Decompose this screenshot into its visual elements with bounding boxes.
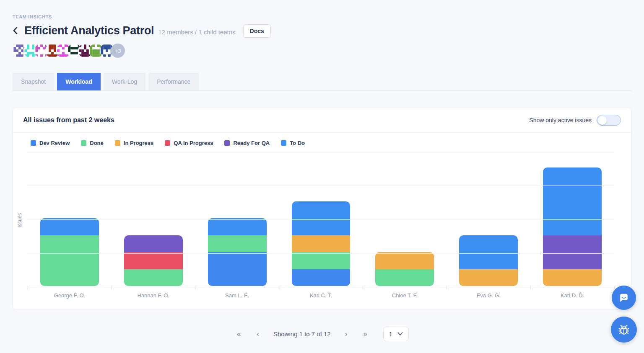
axis-tick bbox=[363, 286, 363, 289]
bar-segment[interactable] bbox=[292, 201, 351, 235]
docs-button[interactable]: Docs bbox=[243, 24, 271, 38]
toggle-label: Show only active issues bbox=[529, 117, 592, 124]
legend-swatch bbox=[31, 140, 36, 146]
y-axis-label: Issues bbox=[17, 213, 23, 228]
stacked-bar[interactable] bbox=[208, 218, 267, 286]
gridline bbox=[28, 253, 614, 254]
bar-segment[interactable] bbox=[292, 252, 351, 269]
category-label: Chloe T. F. bbox=[363, 292, 447, 299]
stacked-bar[interactable] bbox=[459, 235, 518, 286]
bar-segment[interactable] bbox=[40, 235, 99, 286]
axis-tick bbox=[195, 286, 195, 289]
tab-snapshot[interactable]: Snapshot bbox=[13, 73, 54, 90]
back-button[interactable] bbox=[13, 25, 22, 36]
page-select-value: 1 bbox=[389, 330, 392, 338]
first-page-button[interactable]: « bbox=[235, 328, 242, 340]
chart-legend: Dev ReviewDoneIn ProgressQA In ProgressR… bbox=[13, 133, 631, 151]
bar-segment[interactable] bbox=[375, 252, 434, 269]
tab-bar: Snapshot Workload Work-Log Performance bbox=[13, 73, 631, 91]
legend-item[interactable]: In Progress bbox=[115, 140, 154, 146]
bar-column bbox=[195, 153, 279, 288]
bar-segment[interactable] bbox=[208, 252, 267, 286]
active-issues-toggle[interactable] bbox=[597, 115, 621, 126]
bar-segment[interactable] bbox=[124, 269, 183, 286]
category-label: Hannah F. O. bbox=[112, 292, 195, 299]
legend-item[interactable]: Done bbox=[81, 140, 104, 146]
member-avatars: +3 bbox=[13, 44, 631, 58]
bar-segment[interactable] bbox=[543, 269, 602, 286]
bar-segment[interactable] bbox=[124, 252, 183, 269]
bar-segment[interactable] bbox=[40, 218, 99, 235]
category-label: Karl D. D. bbox=[530, 292, 614, 299]
axis-tick bbox=[279, 286, 279, 289]
card-title: All issues from past 2 weeks bbox=[23, 116, 114, 124]
axis-tick bbox=[111, 286, 112, 289]
bar-column bbox=[363, 153, 447, 288]
legend-label: Ready For QA bbox=[233, 140, 270, 146]
stacked-bar[interactable] bbox=[375, 252, 434, 286]
legend-label: In Progress bbox=[124, 140, 154, 146]
chevron-left-icon bbox=[13, 26, 18, 35]
page-title: Efficient Analytics Patrol bbox=[24, 24, 154, 37]
legend-swatch bbox=[81, 140, 86, 146]
avatar-overflow-badge[interactable]: +3 bbox=[111, 44, 125, 58]
last-page-button[interactable]: » bbox=[361, 328, 369, 340]
category-label: Sam L. E. bbox=[195, 292, 279, 299]
tab-workload[interactable]: Workload bbox=[57, 73, 101, 90]
legend-swatch bbox=[115, 140, 120, 146]
team-meta-text: 12 members / 1 child teams bbox=[158, 28, 235, 36]
legend-label: QA In Progress bbox=[174, 140, 213, 146]
stacked-bar[interactable] bbox=[292, 201, 351, 286]
gridline bbox=[28, 219, 614, 220]
axis-tick bbox=[447, 286, 447, 289]
legend-swatch bbox=[165, 140, 170, 146]
chat-widget-button[interactable] bbox=[612, 286, 636, 310]
stacked-bar[interactable] bbox=[124, 235, 183, 286]
stacked-bar[interactable] bbox=[40, 218, 99, 286]
tab-performance[interactable]: Performance bbox=[148, 73, 199, 90]
axis-tick bbox=[28, 286, 28, 289]
chevron-down-icon bbox=[397, 332, 403, 336]
title-row: Efficient Analytics Patrol 12 members / … bbox=[13, 23, 631, 38]
bar-segment[interactable] bbox=[292, 269, 351, 286]
bar-column bbox=[112, 153, 195, 288]
bug-report-button[interactable] bbox=[611, 317, 637, 343]
pagination-status: Showing 1 to 7 of 12 bbox=[273, 330, 331, 338]
gridline bbox=[28, 186, 614, 186]
bar-segment[interactable] bbox=[543, 167, 602, 235]
next-page-button[interactable]: › bbox=[343, 328, 349, 340]
bug-icon bbox=[617, 322, 631, 337]
tab-work-log[interactable]: Work-Log bbox=[104, 73, 145, 90]
category-label: Karl C. T. bbox=[279, 292, 363, 299]
category-label: George F. O. bbox=[28, 292, 112, 299]
legend-item[interactable]: To Do bbox=[281, 140, 305, 146]
category-label: Eva G. G. bbox=[447, 292, 530, 299]
bar-segment[interactable] bbox=[292, 235, 351, 253]
legend-item[interactable]: Ready For QA bbox=[224, 140, 270, 146]
legend-item[interactable]: Dev Review bbox=[31, 140, 70, 146]
legend-swatch bbox=[224, 140, 230, 146]
bar-segment[interactable] bbox=[124, 235, 183, 253]
x-axis-labels: George F. O.Hannah F. O.Sam L. E.Karl C.… bbox=[28, 292, 614, 309]
breadcrumb-eyebrow: TEAM INSIGHTS bbox=[13, 14, 631, 19]
legend-item[interactable]: QA In Progress bbox=[165, 140, 213, 146]
bar-column bbox=[530, 153, 614, 288]
chat-bubble-icon bbox=[618, 292, 630, 304]
prev-page-button[interactable]: ‹ bbox=[255, 328, 261, 340]
bar-segment[interactable] bbox=[459, 235, 518, 269]
pagination: « ‹ Showing 1 to 7 of 12 › » 1 bbox=[13, 327, 631, 341]
legend-label: Dev Review bbox=[39, 140, 70, 146]
bar-column bbox=[447, 153, 530, 288]
toggle-knob bbox=[598, 116, 607, 125]
bar-segment[interactable] bbox=[375, 269, 434, 286]
page-select[interactable]: 1 bbox=[383, 327, 409, 341]
bar-segment[interactable] bbox=[459, 269, 518, 286]
bar-segment[interactable] bbox=[543, 235, 602, 269]
bar-segment[interactable] bbox=[208, 218, 267, 235]
legend-label: Done bbox=[90, 140, 104, 146]
legend-label: To Do bbox=[290, 140, 305, 146]
bar-column bbox=[279, 153, 363, 288]
bar-segment[interactable] bbox=[208, 235, 267, 253]
legend-swatch bbox=[281, 140, 286, 146]
workload-card: All issues from past 2 weeks Show only a… bbox=[13, 108, 631, 310]
